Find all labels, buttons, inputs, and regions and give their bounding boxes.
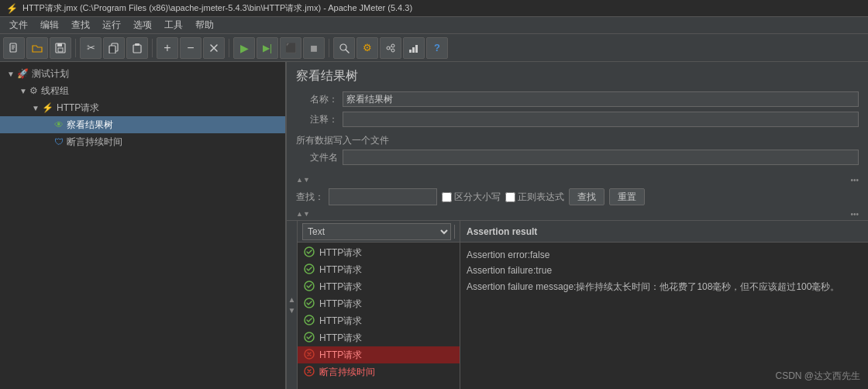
assertion-line: Assertion failure:true (467, 263, 862, 278)
name-input[interactable] (343, 91, 859, 107)
list-header-sep (454, 225, 455, 239)
file-label: 文件名 (296, 151, 343, 164)
cut-button[interactable]: ✂ (80, 37, 102, 59)
divider-dots-1[interactable]: ••• (850, 176, 859, 184)
aggregate-button[interactable] (403, 37, 425, 59)
copy-button[interactable] (103, 37, 125, 59)
case-checkbox-label[interactable]: 区分大小写 (442, 191, 501, 204)
start-button[interactable]: ▶ (233, 37, 255, 59)
assertion-title: Assertion result (467, 226, 537, 237)
divider-arrow-2[interactable]: ▲▼ (296, 210, 310, 218)
assert-icon: 🛡 (54, 136, 64, 147)
tree-toggle-4 (43, 121, 53, 129)
result-item-label: HTTP请求 (319, 281, 362, 294)
file-input[interactable] (343, 150, 859, 165)
assertion-line: Assertion error:false (467, 247, 862, 263)
help-button[interactable]: ? (426, 37, 448, 59)
remove-button[interactable]: − (180, 37, 202, 59)
sep-3 (229, 39, 229, 57)
case-checkbox[interactable] (442, 192, 452, 202)
ok-icon (304, 246, 315, 260)
clear-button[interactable] (203, 37, 225, 59)
error-icon (304, 366, 315, 379)
svg-line-17 (390, 48, 391, 50)
search-input[interactable] (329, 188, 437, 205)
divider-1: ▲▼ ••• (287, 174, 868, 186)
svg-rect-9 (133, 45, 141, 53)
right-panel: 察看结果树 名称： 注释： 所有数据写入一个文件 文件名 ▲▼ ••• 查找： (287, 62, 868, 389)
reset-button[interactable]: 重置 (609, 188, 645, 205)
main-layout: ▼ 🚀 测试计划 ▼ ⚙ 线程组 ▼ ⚡ HTTP请求 👁 察看结果树 (0, 62, 868, 389)
panel-title: 察看结果树 (296, 68, 859, 84)
find-button[interactable]: 查找 (569, 188, 604, 205)
svg-rect-5 (57, 43, 62, 46)
tree-item-result-tree[interactable]: 👁 察看结果树 (0, 116, 285, 133)
window-title: HTTP请求.jmx (C:\Program Files (x86)\apach… (22, 2, 412, 14)
scroll-down-arrow[interactable]: ▼ (288, 307, 296, 315)
result-list-item[interactable]: HTTP请求 (298, 312, 460, 329)
search-label: 查找： (296, 191, 324, 204)
result-list-item[interactable]: HTTP请求 (298, 244, 460, 261)
remote-button[interactable] (380, 37, 401, 59)
tree: ▼ 🚀 测试计划 ▼ ⚙ 线程组 ▼ ⚡ HTTP请求 👁 察看结果树 (0, 62, 285, 153)
paste-button[interactable] (126, 37, 148, 59)
divider-dots-2[interactable]: ••• (850, 210, 859, 219)
menu-tools[interactable]: 工具 (158, 17, 189, 33)
result-item-label: HTTP请求 (319, 349, 362, 362)
shutdown-button[interactable]: ◼ (303, 37, 325, 59)
scroll-up-arrow[interactable]: ▲ (288, 296, 296, 304)
comment-input[interactable] (343, 112, 859, 127)
case-checkbox-text: 区分大小写 (454, 191, 501, 204)
result-list-item[interactable]: HTTP请求 (298, 295, 460, 312)
sep-1 (75, 39, 76, 57)
svg-rect-10 (135, 43, 140, 46)
error-icon (304, 349, 315, 362)
tree-label-thread-group: 线程组 (41, 84, 69, 98)
result-list-item[interactable]: HTTP请求 (298, 329, 460, 346)
menu-run[interactable]: 运行 (96, 17, 127, 33)
regex-checkbox-label[interactable]: 正则表达式 (505, 191, 564, 204)
title-bar: ⚡ HTTP请求.jmx (C:\Program Files (x86)\apa… (0, 0, 868, 17)
tree-toggle[interactable]: ▼ (6, 70, 16, 78)
menu-help[interactable]: 帮助 (189, 17, 220, 33)
result-list: HTTP请求HTTP请求HTTP请求HTTP请求HTTP请求HTTP请求HTTP… (298, 243, 460, 389)
result-list-item[interactable]: HTTP请求 (298, 278, 460, 295)
open-button[interactable] (26, 37, 48, 59)
left-panel: ▼ 🚀 测试计划 ▼ ⚙ 线程组 ▼ ⚡ HTTP请求 👁 察看结果树 (0, 62, 287, 389)
tree-item-test-plan[interactable]: ▼ 🚀 测试计划 (0, 65, 285, 82)
add-button[interactable]: + (157, 37, 178, 59)
settings-button[interactable]: ⚙ (356, 37, 378, 59)
result-item-label: HTTP请求 (319, 315, 362, 328)
result-list-item[interactable]: HTTP请求 (298, 346, 460, 363)
tree-item-http-parent[interactable]: ▼ ⚡ HTTP请求 (0, 99, 285, 116)
menu-options[interactable]: 选项 (127, 17, 158, 33)
toolbar: ✂ + − ▶ ▶| ⬛ ◼ ⚙ ? (0, 34, 868, 62)
tree-toggle-2[interactable]: ▼ (19, 87, 28, 95)
search-toolbar-button[interactable] (333, 37, 355, 59)
tree-toggle-3[interactable]: ▼ (31, 104, 40, 112)
stop-button[interactable]: ⬛ (280, 37, 301, 59)
assertion-header: Assertion result (460, 221, 868, 243)
svg-point-14 (391, 44, 394, 47)
display-mode-select[interactable]: Text (302, 223, 451, 240)
save-button[interactable] (50, 37, 71, 59)
file-section-label: 所有数据写入一个文件 (296, 131, 859, 149)
menu-find[interactable]: 查找 (65, 17, 96, 33)
title-icon: ⚡ (6, 3, 18, 14)
menu-file[interactable]: 文件 (3, 17, 34, 33)
divider-arrow-1[interactable]: ▲▼ (296, 176, 310, 184)
new-button[interactable] (3, 37, 25, 59)
start-no-pause-button[interactable]: ▶| (257, 37, 278, 59)
result-list-item[interactable]: 断言持续时间 (298, 363, 460, 380)
file-row: 文件名 (296, 149, 859, 166)
regex-checkbox[interactable] (505, 192, 515, 202)
plan-icon: 🚀 (17, 68, 29, 79)
menu-bar: 文件 编辑 查找 运行 选项 工具 帮助 (0, 17, 868, 34)
result-list-item[interactable]: HTTP请求 (298, 261, 460, 278)
menu-edit[interactable]: 编辑 (34, 17, 65, 33)
ok-icon (304, 315, 315, 328)
scroll-indicator[interactable]: ▲ ▼ (287, 221, 298, 389)
tree-item-thread-group[interactable]: ▼ ⚙ 线程组 (0, 82, 285, 99)
tree-item-assert-duration[interactable]: 🛡 断言持续时间 (0, 133, 285, 150)
assertion-line: Assertion failure message:操作持续太长时间：他花费了1… (467, 279, 862, 294)
